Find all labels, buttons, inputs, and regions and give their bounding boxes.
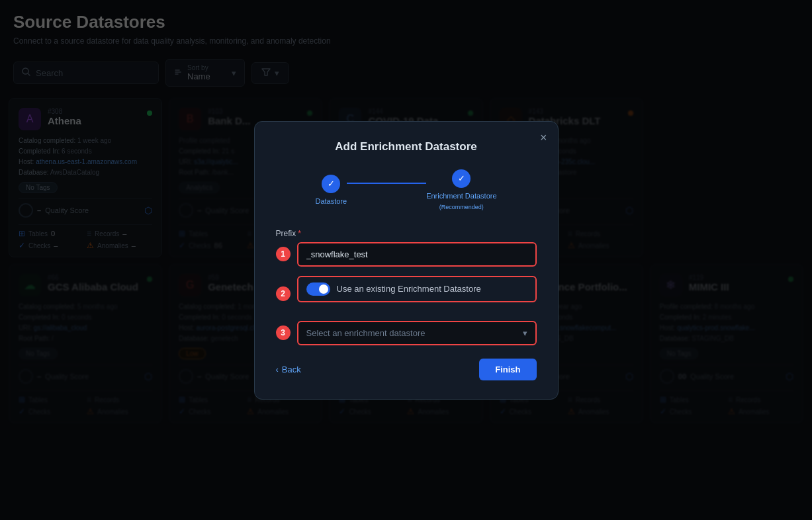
back-arrow-icon: ‹ — [276, 365, 279, 374]
select-placeholder: Select an enrichment datastore — [306, 328, 426, 338]
stepper-label-2: Enrichment Datastore — [426, 192, 496, 200]
use-existing-label: Use an existing Enrichment Datastore — [337, 284, 481, 294]
use-existing-toggle[interactable] — [306, 282, 330, 296]
chevron-down-icon: ▾ — [523, 328, 527, 338]
back-label: Back — [282, 365, 301, 374]
stepper-circle-2: ✓ — [452, 169, 471, 188]
finish-button[interactable]: Finish — [479, 359, 536, 380]
page-container: Source Datastores Connect to a source da… — [0, 0, 812, 520]
stepper-line — [347, 183, 426, 184]
modal-footer: ‹ Back Finish — [276, 359, 537, 380]
back-button[interactable]: ‹ Back — [276, 365, 301, 374]
prefix-label-text: Prefix — [276, 229, 296, 238]
prefix-label: Prefix * — [276, 229, 537, 238]
modal-title: Add Enrichment Datastore — [276, 140, 537, 153]
stepper-datastore: ✓ Datastore — [315, 175, 347, 205]
select-enrichment-row: 3 Select an enrichment datastore ▾ — [276, 321, 537, 345]
modal-close-button[interactable]: × — [540, 131, 547, 145]
required-star: * — [298, 229, 301, 238]
stepper-enrichment: ✓ Enrichment Datastore (Recommended) — [426, 169, 496, 210]
step-number-1: 1 — [276, 247, 291, 261]
step-number-3: 3 — [276, 325, 291, 340]
use-existing-toggle-container: Use an existing Enrichment Datastore — [297, 276, 537, 302]
stepper-circle-1: ✓ — [322, 175, 340, 193]
stepper-label-1: Datastore — [315, 197, 347, 205]
prefix-input[interactable] — [297, 242, 537, 267]
modal-stepper: ✓ Datastore ✓ Enrichment Datastore (Reco… — [276, 169, 537, 210]
modal-overlay: × Add Enrichment Datastore ✓ Datastore ✓… — [0, 0, 812, 520]
stepper-sublabel-2: (Recommended) — [439, 204, 484, 210]
step-number-2: 2 — [276, 286, 291, 301]
enrichment-datastore-select[interactable]: Select an enrichment datastore ▾ — [297, 321, 537, 345]
add-enrichment-modal: × Add Enrichment Datastore ✓ Datastore ✓… — [254, 121, 559, 400]
prefix-row: 1 — [276, 242, 537, 267]
use-existing-row: 2 Use an existing Enrichment Datastore — [276, 276, 537, 312]
